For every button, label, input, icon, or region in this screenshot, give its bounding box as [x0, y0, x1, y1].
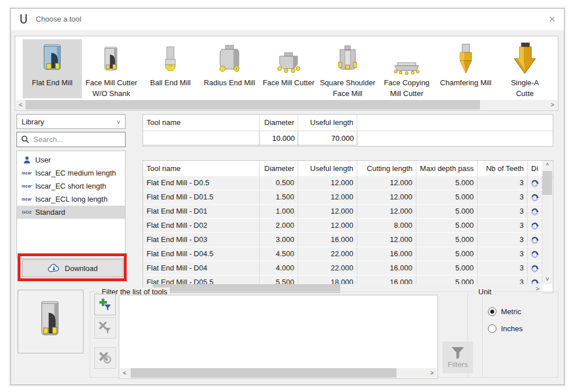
filter-list-scrollbar[interactable]: < > [120, 368, 437, 378]
app-tool-icon [19, 14, 28, 27]
table-vertical-scrollbar[interactable]: ^ ˅ [542, 161, 552, 284]
scroll-right-icon[interactable]: > [427, 368, 437, 378]
iscar-logo-icon: iscar [22, 184, 32, 188]
flat-end-mill-icon [36, 40, 69, 77]
tool-type-label: Flat End Mill [32, 78, 73, 87]
rotation-direction-icon [528, 276, 542, 284]
col-tool-name[interactable]: Tool name [143, 161, 260, 176]
tool-type-flat-end-mill[interactable]: Flat End Mill [23, 39, 82, 98]
table-row[interactable]: Flat End Mill - D05.5 5.500 18.000 16.00… [143, 276, 542, 284]
tool-type-face-mill-cutter-wo-shank[interactable]: Face Mill Cutter W/O Shank [82, 39, 141, 98]
scrollbar-thumb[interactable] [131, 368, 396, 378]
iscar-logo-icon: iscar [22, 197, 32, 201]
download-button[interactable]: Download [22, 259, 123, 277]
library-item-standard[interactable]: GO2 Standard [17, 206, 125, 219]
remove-filter-button[interactable] [94, 317, 116, 339]
rotation-direction-icon [528, 247, 542, 261]
filter-tool-name-input[interactable] [143, 131, 259, 145]
col-useful-length[interactable]: Useful length [298, 161, 357, 176]
tool-type-items: Flat End Mill Face Mil [23, 39, 557, 98]
rotation-direction-icon [528, 261, 542, 275]
scroll-left-icon[interactable]: < [120, 368, 130, 378]
tool-type-face-mill-cutter[interactable]: Face Mill Cutter [259, 39, 318, 98]
table-row[interactable]: Flat End Mill - D01.5 1.500 12.000 12.00… [143, 190, 542, 205]
col-nb-of-teeth[interactable]: Nb of Teeth [478, 161, 528, 176]
scrollbar-thumb[interactable] [542, 171, 552, 195]
tool-type-strip: Flat End Mill Face Mil [15, 36, 558, 111]
col-cutting-length[interactable]: Cutting length [357, 161, 416, 176]
table-row[interactable]: Flat End Mill - D0.5 0.500 12.000 12.000… [143, 176, 542, 190]
filter-diameter-input[interactable] [260, 131, 298, 145]
scroll-left-icon[interactable]: < [16, 100, 26, 110]
scroll-down-icon[interactable]: ˅ [542, 274, 552, 284]
scroll-up-icon[interactable]: ^ [542, 161, 552, 170]
face-mill-cutter-icon [273, 40, 304, 77]
rotation-direction-icon [528, 205, 542, 218]
table-row[interactable]: Flat End Mill - D04 4.000 22.000 16.000 … [143, 261, 542, 276]
library-item-iscar-ecl-long[interactable]: iscar Iscar_ECL long length [17, 193, 125, 206]
face-copying-mill-cutter-icon [390, 40, 423, 77]
add-filter-icon [98, 297, 112, 312]
screenshot-root: Choose a tool ✕ [0, 0, 572, 392]
col-diameter[interactable]: Diameter [260, 161, 298, 176]
title-bar: Choose a tool ✕ [11, 9, 564, 30]
scroll-right-icon[interactable]: > [548, 100, 557, 110]
library-dropdown-value: Library [22, 118, 44, 126]
radio-selected-icon[interactable] [488, 307, 496, 316]
library-dropdown[interactable]: Library ˅ [16, 114, 126, 129]
filter-col-useful-length[interactable]: Useful length [298, 115, 357, 131]
edit-filter-button[interactable] [94, 347, 116, 369]
scrollbar-thumb[interactable] [26, 100, 480, 110]
filter-tools-icon [98, 351, 112, 366]
search-input[interactable] [32, 135, 125, 144]
rotation-direction-icon [528, 219, 542, 232]
tool-list-table: Tool name Diameter Useful length Cutting… [143, 160, 553, 293]
filter-list[interactable]: < > [119, 295, 438, 379]
filter-useful-length-input[interactable] [298, 131, 357, 145]
unit-option-inches[interactable]: Inches [488, 324, 523, 333]
download-label: Download [65, 264, 98, 273]
cloud-download-icon [48, 264, 60, 273]
table-row[interactable]: Flat End Mill - D02 2.000 12.000 8.000 5… [143, 219, 542, 233]
filter-col-diameter[interactable]: Diameter [260, 115, 298, 131]
tool-type-single-angle-cutter[interactable]: Single-A Cutte [495, 39, 554, 98]
choose-a-tool-dialog: Choose a tool ✕ [10, 8, 565, 385]
remove-filter-icon [98, 320, 112, 336]
rotation-direction-icon [528, 176, 542, 190]
table-row[interactable]: Flat End Mill - D04.5 4.500 22.000 16.00… [143, 247, 542, 261]
table-row[interactable]: Flat End Mill - D03 3.000 16.000 12.000 … [143, 233, 542, 247]
tool-type-square-shoulder-face-mill[interactable]: Square Shoulder Face Mill [318, 39, 377, 98]
radio-unselected-icon[interactable] [488, 324, 496, 333]
col-maxi-depth-pass[interactable]: Maxi depth pass [416, 161, 478, 176]
library-item-iscar-ec-short[interactable]: iscar Iscar_EC short length [17, 180, 125, 193]
tool-type-radius-end-mill[interactable]: Radius End Mill [200, 39, 259, 98]
col-direction[interactable]: Di [528, 161, 542, 176]
filter-col-tool-name[interactable]: Tool name [143, 115, 260, 131]
single-angle-cutter-icon [512, 40, 538, 77]
tool-table-body: Flat End Mill - D0.5 0.500 12.000 12.000… [143, 176, 542, 284]
tool-type-chamfering-mill[interactable]: Chamfering Mill [436, 39, 495, 98]
square-shoulder-face-mill-icon [332, 40, 363, 77]
chevron-down-icon: ˅ [117, 115, 120, 130]
rotation-direction-icon [528, 233, 542, 247]
search-box[interactable] [16, 132, 126, 147]
radius-end-mill-icon [214, 40, 245, 77]
search-icon [21, 135, 30, 144]
library-list: User iscar Iscar_EC medium length iscar … [16, 151, 126, 258]
funnel-icon [450, 347, 465, 359]
library-item-user[interactable]: User [17, 153, 125, 166]
iscar-logo-icon: iscar [22, 171, 32, 175]
tool-type-ball-end-mill[interactable]: Ball End Mill [141, 39, 200, 98]
close-icon[interactable]: ✕ [545, 12, 560, 26]
unit-group-label: Unit [476, 287, 494, 296]
unit-group: Unit [467, 291, 558, 378]
chamfering-mill-icon [454, 40, 477, 77]
filters-button-label: Filters [448, 360, 467, 369]
library-item-iscar-ec-medium[interactable]: iscar Iscar_EC medium length [17, 166, 125, 180]
tool-type-face-copying-mill-cutter[interactable]: Face Copying Mill Cutter [377, 39, 436, 98]
dialog-title: Choose a tool [36, 15, 81, 23]
unit-option-metric[interactable]: Metric [488, 307, 521, 316]
tool-strip-scrollbar[interactable]: < > [16, 100, 557, 110]
add-filter-button[interactable] [94, 294, 116, 315]
table-row[interactable]: Flat End Mill - D01 1.000 12.000 12.000 … [143, 205, 542, 219]
